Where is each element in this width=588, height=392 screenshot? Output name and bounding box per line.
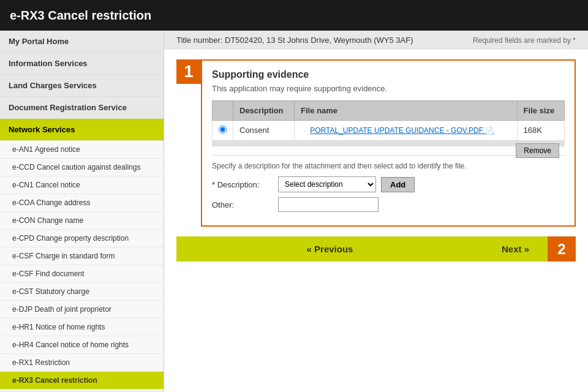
sidebar-subitem-e-coa[interactable]: e-COA Change address — [0, 194, 164, 212]
sidebar-subitem-e-csf-find[interactable]: e-CSF Find document — [0, 265, 164, 283]
nav-footer: « Previous Next » 2 — [176, 236, 576, 262]
step1-number: 1 — [176, 59, 201, 84]
file-link[interactable]: PORTAL_UPDATE UPDATE GUIDANCE - GOV.PDF … — [310, 126, 494, 135]
sidebar-subitem-e-an1[interactable]: e-AN1 Agreed notice — [0, 141, 164, 159]
col-select — [213, 101, 233, 121]
sidebar-item-information-services[interactable]: Information Services — [0, 53, 164, 75]
next-step-badge: 2 — [548, 236, 576, 262]
add-instruction: Specify a description for the attachment… — [212, 162, 565, 170]
table-row: Consent · PORTAL_UPDATE UPDATE GUIDANCE … — [213, 121, 565, 141]
other-input[interactable] — [278, 197, 379, 212]
sidebar: My Portal HomeInformation ServicesLand C… — [0, 31, 164, 392]
sidebar-item-land-charges-services[interactable]: Land Charges Services — [0, 75, 164, 97]
step1-description: This application may require supporting … — [212, 84, 565, 93]
evidence-radio[interactable] — [219, 126, 227, 134]
row-filesize: 168K — [517, 121, 564, 141]
sidebar-subitem-e-cn1[interactable]: e-CN1 Cancel notice — [0, 176, 164, 194]
description-select[interactable]: Select description — [278, 176, 376, 192]
required-note: Required fields are marked by * — [473, 36, 576, 45]
title-number: Title number: DT502420, 13 St Johns Driv… — [176, 36, 413, 45]
col-description: Description — [233, 101, 295, 121]
row-radio[interactable] — [213, 121, 233, 141]
sidebar-item-my-portal-home[interactable]: My Portal Home — [0, 31, 164, 53]
col-filename: File name — [295, 101, 518, 121]
sidebar-subitem-e-rx3[interactable]: e-RX3 Cancel restriction — [0, 372, 164, 390]
previous-button[interactable]: « Previous — [176, 236, 483, 262]
sidebar-subitem-e-cst[interactable]: e-CST Statutory charge — [0, 283, 164, 301]
sidebar-item-document-registration-service[interactable]: Document Registration Service — [0, 97, 164, 119]
other-row: Other: — [212, 197, 565, 212]
other-label: Other: — [212, 200, 273, 209]
row-filename: · PORTAL_UPDATE UPDATE GUIDANCE - GOV.PD… — [295, 121, 518, 141]
description-row: * Description: Select description Add — [212, 176, 565, 192]
sidebar-subitem-e-con[interactable]: e-CON Change name — [0, 212, 164, 230]
step1-title: Supporting evidence — [212, 69, 565, 80]
add-button[interactable]: Add — [381, 177, 415, 192]
sidebar-subitem-e-hr4[interactable]: e-HR4 Cancel notice of home rights — [0, 336, 164, 354]
sidebar-subitem-e-rx1[interactable]: e-RX1 Restriction — [0, 354, 164, 372]
remove-row: Remove — [212, 141, 565, 146]
title-bar: Title number: DT502420, 13 St Johns Driv… — [164, 31, 588, 50]
sidebar-subitem-e-ccd[interactable]: e-CCD Cancel caution against dealings — [0, 159, 164, 176]
content-area: Title number: DT502420, 13 St Johns Driv… — [164, 31, 588, 392]
col-filesize: File size — [517, 101, 564, 121]
step1-container: 1 Supporting evidence This application m… — [176, 59, 576, 227]
sidebar-subitem-e-djp[interactable]: e-DJP Death of joint proprietor — [0, 301, 164, 318]
row-description: Consent — [233, 121, 295, 141]
sidebar-item-network-services[interactable]: Network Services — [0, 119, 164, 141]
sidebar-subitem-e-cpd[interactable]: e-CPD Change property description — [0, 230, 164, 247]
page-title: e-RX3 Cancel restriction — [10, 9, 151, 23]
remove-button[interactable]: Remove — [516, 143, 559, 158]
description-label: * Description: — [212, 180, 273, 189]
page-header: e-RX3 Cancel restriction — [0, 0, 588, 31]
evidence-table: Description File name File size Consent … — [212, 100, 565, 141]
sidebar-subitem-e-csf-charge[interactable]: e-CSF Charge in standard form — [0, 247, 164, 265]
next-container: Next » 2 — [483, 236, 576, 262]
sidebar-subitem-e-hr1[interactable]: e-HR1 Notice of home rights — [0, 318, 164, 336]
step1-content: Supporting evidence This application may… — [201, 59, 576, 227]
next-button[interactable]: Next » — [483, 236, 548, 262]
add-attachment-section: Specify a description for the attachment… — [212, 155, 565, 212]
